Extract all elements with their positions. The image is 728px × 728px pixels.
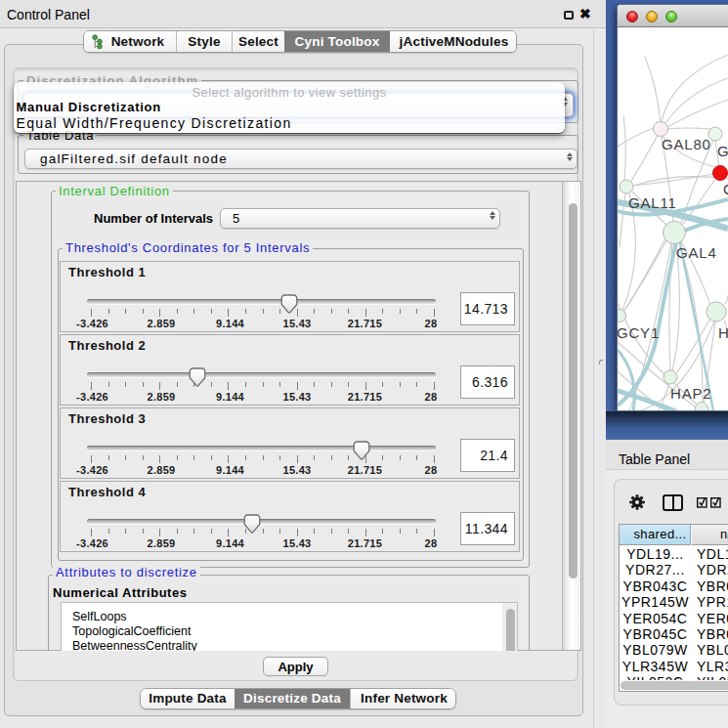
svg-text:HAP2: HAP2 <box>670 385 711 402</box>
svg-text:GCY1: GCY1 <box>618 324 660 341</box>
svg-text:GAL4: GAL4 <box>676 244 717 261</box>
svg-text:H: H <box>718 324 728 341</box>
svg-text:G.: G. <box>717 143 728 159</box>
svg-text:C: C <box>723 181 728 197</box>
svg-text:GAL80: GAL80 <box>662 136 711 152</box>
svg-text:GAL11: GAL11 <box>628 194 677 211</box>
